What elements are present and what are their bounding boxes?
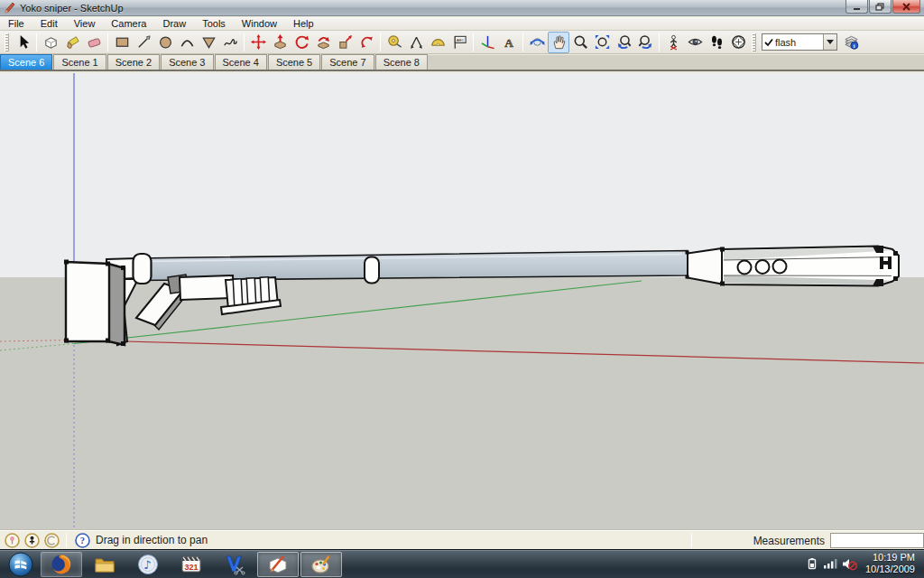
sketchup-window: Yoko sniper - SketchUp File Edit View Ca… — [0, 0, 924, 578]
polygon-tool-icon[interactable] — [198, 32, 219, 53]
freehand-tool-icon[interactable] — [219, 32, 241, 53]
title-bar: Yoko sniper - SketchUp — [0, 0, 924, 16]
status-bar: ? Drag in direction to pan Measurements — [0, 530, 924, 549]
menu-bar: File Edit View Camera Draw Tools Window … — [0, 17, 924, 31]
measurements-label: Measurements — [753, 535, 825, 547]
svg-text:i: i — [853, 43, 855, 49]
main-toolbar: ABC A — [0, 31, 924, 54]
taskbar-clock[interactable]: 10:19 PM 10/13/2009 — [865, 552, 915, 575]
tab-scene-4[interactable]: Scene 4 — [215, 54, 267, 70]
geolocation-status-icon[interactable] — [5, 533, 20, 548]
toolbar-grip[interactable] — [5, 33, 9, 51]
tape-measure-tool-icon[interactable] — [383, 32, 405, 53]
start-button[interactable] — [5, 551, 36, 578]
taskbar-explorer-icon[interactable] — [84, 552, 125, 577]
svg-text:♪: ♪ — [143, 558, 151, 572]
tab-scene-2[interactable]: Scene 2 — [107, 54, 160, 70]
layer-dropdown-value: flash — [775, 37, 823, 48]
tab-scene-3[interactable]: Scene 3 — [161, 54, 213, 70]
app-icon — [4, 2, 16, 14]
status-separator — [691, 534, 692, 547]
svg-text:ABC: ABC — [456, 38, 464, 42]
tab-scene-5[interactable]: Scene 5 — [268, 54, 320, 70]
make-component-tool-icon[interactable] — [40, 32, 61, 53]
sniper-rifle-model — [0, 73, 924, 530]
svg-text:321: 321 — [185, 563, 199, 572]
position-camera-tool-icon[interactable] — [662, 32, 684, 53]
text-tool-icon[interactable]: ABC — [448, 32, 470, 53]
menu-draw[interactable]: Draw — [154, 17, 194, 30]
menu-file[interactable]: File — [0, 17, 32, 30]
menu-camera[interactable]: Camera — [103, 17, 154, 30]
model-viewport[interactable] — [0, 73, 924, 530]
menu-window[interactable]: Window — [234, 17, 285, 30]
circle-tool-icon[interactable] — [154, 32, 176, 53]
zoom-previous-tool-icon[interactable] — [613, 32, 634, 53]
move-tool-icon[interactable] — [247, 32, 269, 53]
credits-status-icon[interactable] — [44, 533, 60, 548]
look-around-tool-icon[interactable] — [684, 32, 706, 53]
walk-tool-icon[interactable] — [706, 32, 727, 53]
dimension-tool-icon[interactable] — [405, 32, 427, 53]
layers-toolbar-grip[interactable] — [752, 33, 756, 51]
paint-bucket-tool-icon[interactable] — [61, 32, 83, 53]
close-button[interactable] — [892, 0, 920, 14]
taskbar-media-player-classic-icon[interactable]: 321 — [171, 552, 212, 577]
check-icon — [762, 37, 775, 48]
maximize-button[interactable] — [869, 0, 892, 14]
scene-tabs-bar: Scene 6 Scene 1 Scene 2 Scene 3 Scene 4 … — [0, 55, 924, 71]
status-hint-text: Drag in direction to pan — [96, 534, 208, 546]
taskbar-paint-icon[interactable] — [300, 552, 342, 577]
clock-date: 10/13/2009 — [865, 564, 915, 575]
system-tray: 10:19 PM 10/13/2009 — [806, 549, 922, 578]
tab-scene-8[interactable]: Scene 8 — [375, 54, 428, 70]
svg-text:?: ? — [80, 536, 85, 545]
follow-me-tool-icon[interactable] — [312, 32, 334, 53]
tab-scene-7[interactable]: Scene 7 — [321, 54, 374, 70]
clock-time: 10:19 PM — [865, 552, 915, 564]
scale-tool-icon[interactable] — [334, 32, 356, 53]
menu-view[interactable]: View — [66, 17, 104, 30]
taskbar-sketchup-icon[interactable] — [257, 552, 299, 577]
taskbar-firefox-icon[interactable] — [41, 552, 82, 577]
compass-icon[interactable] — [727, 32, 749, 53]
layer-dropdown[interactable]: flash — [762, 33, 837, 51]
help-icon[interactable]: ? — [75, 533, 90, 548]
zoom-next-tool-icon[interactable] — [634, 32, 656, 53]
rectangle-tool-icon[interactable] — [111, 32, 133, 53]
rotate-tool-icon[interactable] — [291, 32, 312, 53]
measurements-input[interactable] — [830, 533, 924, 548]
network-signal-icon[interactable] — [823, 557, 837, 570]
volume-muted-icon[interactable] — [842, 557, 857, 571]
zoom-extents-tool-icon[interactable] — [591, 32, 613, 53]
protractor-tool-icon[interactable] — [427, 32, 448, 53]
orbit-tool-icon[interactable] — [526, 32, 548, 53]
layer-dropdown-arrow[interactable] — [823, 34, 836, 50]
pan-tool-icon[interactable] — [548, 32, 569, 53]
menu-help[interactable]: Help — [285, 17, 322, 30]
tab-scene-6[interactable]: Scene 6 — [0, 54, 52, 70]
3d-text-tool-icon[interactable]: A — [498, 32, 520, 53]
taskbar: ♪ 321 — [0, 549, 924, 578]
eraser-tool-icon[interactable] — [83, 32, 105, 53]
taskbar-itunes-icon[interactable]: ♪ — [127, 552, 169, 577]
axes-tool-icon[interactable] — [476, 32, 498, 53]
battery-icon[interactable] — [806, 557, 818, 570]
arc-tool-icon[interactable] — [176, 32, 198, 53]
layers-manager-icon[interactable]: i — [840, 32, 862, 53]
menu-edit[interactable]: Edit — [32, 17, 66, 30]
push-pull-tool-icon[interactable] — [269, 32, 291, 53]
zoom-tool-icon[interactable] — [569, 32, 591, 53]
taskbar-video-cutter-icon[interactable] — [214, 552, 255, 577]
window-title: Yoko sniper - SketchUp — [20, 3, 124, 14]
offset-tool-icon[interactable] — [356, 32, 377, 53]
svg-text:A: A — [504, 36, 513, 50]
line-tool-icon[interactable] — [133, 32, 154, 53]
menu-tools[interactable]: Tools — [194, 17, 234, 30]
model-attribution-status-icon[interactable] — [24, 533, 40, 548]
tab-scene-1[interactable]: Scene 1 — [53, 54, 106, 70]
select-tool-icon[interactable] — [12, 32, 33, 53]
minimize-button[interactable] — [845, 0, 868, 14]
